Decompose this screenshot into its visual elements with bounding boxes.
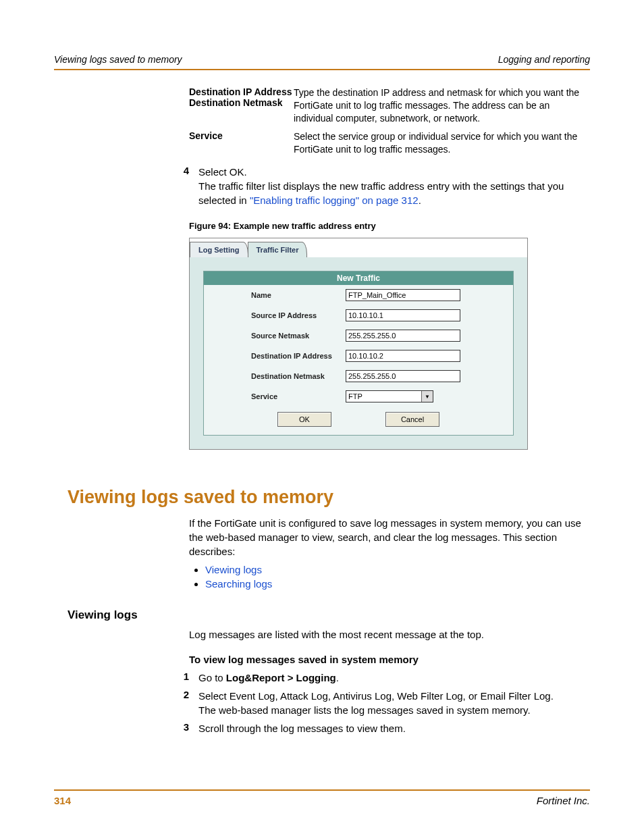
cancel-button[interactable]: Cancel bbox=[385, 412, 439, 427]
step-text: Select Event Log, Attack Log, Antivirus … bbox=[198, 689, 590, 717]
step-text: Select OK. bbox=[198, 165, 590, 179]
def-label: Service bbox=[189, 130, 294, 141]
def-label: Destination Netmask bbox=[189, 97, 294, 108]
figure-new-traffic: Log Setting Traffic Filter New Traffic N… bbox=[189, 238, 528, 450]
figure-caption: Figure 94: Example new traffic address e… bbox=[189, 221, 590, 231]
footer-brand: Fortinet Inc. bbox=[537, 795, 590, 806]
field-label-src-ip: Source IP Address bbox=[251, 311, 346, 319]
tab-log-setting[interactable]: Log Setting bbox=[190, 242, 248, 257]
page-number: 314 bbox=[54, 795, 71, 806]
subsection-heading: Viewing logs bbox=[68, 608, 590, 622]
ok-button[interactable]: OK bbox=[277, 412, 331, 427]
link-searching-logs[interactable]: Searching logs bbox=[205, 578, 272, 590]
section-intro: If the FortiGate unit is configured to s… bbox=[189, 516, 590, 558]
step-number: 4 bbox=[162, 165, 198, 179]
service-select[interactable]: FTP ▼ bbox=[346, 390, 433, 402]
tab-traffic-filter[interactable]: Traffic Filter bbox=[248, 242, 308, 257]
section-heading: Viewing logs saved to memory bbox=[68, 487, 590, 508]
field-label-name: Name bbox=[251, 291, 346, 299]
step-text: The traffic filter list displays the new… bbox=[198, 179, 590, 207]
definition-row: Destination IP Address Destination Netma… bbox=[189, 86, 590, 125]
definition-row: Service Select the service group or indi… bbox=[189, 130, 590, 156]
field-label-dst-ip: Destination IP Address bbox=[251, 352, 346, 360]
link-viewing-logs[interactable]: Viewing logs bbox=[205, 564, 262, 575]
field-label-src-mask: Source Netmask bbox=[251, 332, 346, 340]
chevron-down-icon: ▼ bbox=[421, 391, 433, 402]
name-input[interactable] bbox=[346, 289, 460, 301]
destination-ip-input[interactable] bbox=[346, 350, 460, 362]
def-desc: Select the service group or individual s… bbox=[294, 130, 590, 156]
source-netmask-input[interactable] bbox=[346, 330, 460, 342]
header-right: Logging and reporting bbox=[498, 54, 590, 65]
header-rule bbox=[54, 69, 590, 70]
panel-title: New Traffic bbox=[204, 271, 513, 285]
def-desc: Type the destination IP address and netm… bbox=[294, 86, 590, 125]
destination-netmask-input[interactable] bbox=[346, 370, 460, 382]
step-number: 2 bbox=[162, 689, 198, 717]
header-left: Viewing logs saved to memory bbox=[54, 54, 182, 65]
step-text: Go to Log&Report > Logging. bbox=[198, 671, 590, 685]
step-number: 1 bbox=[162, 671, 198, 685]
step-text: Scroll through the log messages to view … bbox=[198, 721, 590, 735]
source-ip-input[interactable] bbox=[346, 309, 460, 321]
step-number: 3 bbox=[162, 721, 198, 735]
subsection-para: Log messages are listed with the most re… bbox=[189, 627, 590, 642]
def-label: Destination IP Address bbox=[189, 86, 294, 97]
field-label-dst-mask: Destination Netmask bbox=[251, 372, 346, 380]
xref-link[interactable]: "Enabling traffic logging" on page 312 bbox=[250, 194, 419, 206]
task-title: To view log messages saved in system mem… bbox=[189, 654, 590, 665]
field-label-service: Service bbox=[251, 392, 346, 400]
